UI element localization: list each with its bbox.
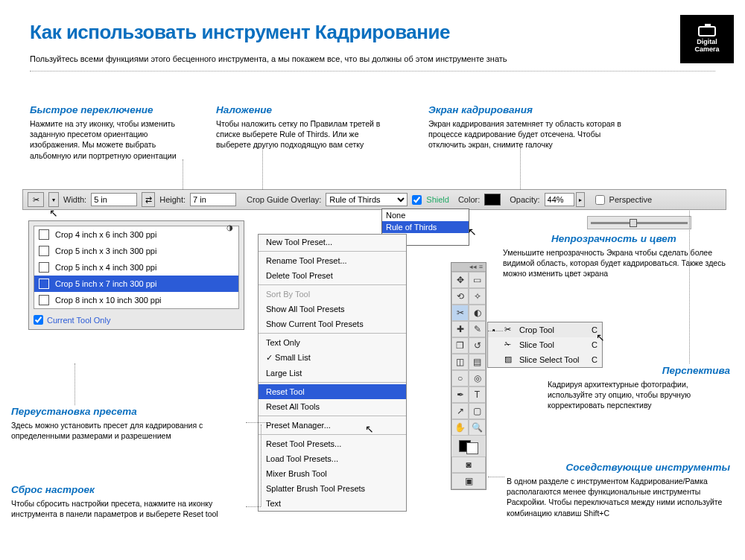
page-title: Как использовать инструмент Кадрирование <box>30 21 745 44</box>
eyedropper-tool-icon[interactable]: ◐ <box>469 305 486 321</box>
context-menu-item[interactable]: Splatter Brush Tool Presets <box>259 481 406 496</box>
heal-tool-icon[interactable]: ✚ <box>451 321 469 337</box>
stamp-tool-icon[interactable]: ❐ <box>451 337 469 354</box>
overlay-option-none[interactable]: None <box>382 209 469 221</box>
brush-tool-icon[interactable]: ✎ <box>469 321 486 337</box>
context-menu-item[interactable]: ✓ Small List <box>259 350 406 366</box>
slice-select-icon: ▨ <box>504 354 515 365</box>
callout-shield: Экран кадрирования Экран кадрирования за… <box>428 104 633 150</box>
slice-icon: ✁ <box>504 340 515 350</box>
brand-logo: Digital Camera <box>680 15 734 63</box>
callout-preset: Переустановка пресета Здесь можно устано… <box>11 406 242 441</box>
shield-checkbox[interactable] <box>412 195 422 205</box>
flyout-crop-tool[interactable]: ▪✂Crop ToolC <box>488 322 602 337</box>
context-menu-item[interactable]: Mixer Brush Tool <box>259 466 406 481</box>
preset-panel: Crop 4 inch x 6 inch 300 ppi Crop 5 inch… <box>28 220 244 330</box>
eraser-tool-icon[interactable]: ◫ <box>451 354 469 370</box>
hand-tool-icon[interactable]: ✋ <box>451 419 469 436</box>
lasso-tool-icon[interactable]: ⟲ <box>451 288 469 305</box>
callout-perspective: Перспектива Кадрируя архитектурные фотог… <box>548 365 730 411</box>
flyout-slice-tool[interactable]: ✁Slice ToolC <box>488 337 602 352</box>
options-bar: ✂ ▾ Width: ⇄ Height: Crop Guide Overlay:… <box>22 189 726 210</box>
preset-item[interactable]: Crop 8 inch x 10 inch 300 ppi <box>34 292 238 308</box>
callout-reset: Сброс настроек Чтобы сбросить настройки … <box>11 484 242 519</box>
context-menu-item[interactable]: Text <box>259 496 406 511</box>
intro-text: Пользуйтесь всеми функциями этого бесцен… <box>30 54 715 71</box>
color-label: Color: <box>458 195 480 204</box>
preset-item[interactable]: Crop 4 inch x 6 inch 300 ppi <box>34 226 238 243</box>
current-tool-only-checkbox[interactable] <box>34 315 43 325</box>
height-label: Height: <box>159 195 186 204</box>
overlay-option-thirds[interactable]: Rule of Thirds <box>382 221 469 233</box>
context-menu-item[interactable]: Delete Tool Preset <box>259 268 406 283</box>
swap-dimensions-icon[interactable]: ⇄ <box>142 192 155 207</box>
flyout-arrow-icon[interactable]: ◑ <box>226 223 233 232</box>
crop-tool-icon[interactable]: ✂ <box>28 192 44 207</box>
context-menu-item[interactable]: Large List <box>259 366 406 381</box>
context-menu-item[interactable]: Reset Tool Presets... <box>259 436 406 451</box>
context-menu-item[interactable]: Reset Tool <box>259 384 406 399</box>
callout-opacity: Непрозрачность и цвет Уменьшите непрозра… <box>503 233 726 279</box>
context-menu-item[interactable]: New Tool Preset... <box>259 235 406 249</box>
shield-label: Shield <box>426 195 449 204</box>
callout-overlay: Наложение Чтобы наложить сетку по Правил… <box>216 104 384 150</box>
move-tool-icon[interactable]: ✥ <box>451 272 469 288</box>
width-input[interactable] <box>91 193 137 206</box>
crop-icon <box>39 262 49 273</box>
callout-quick-switch: Быстрое переключение Нажмите на эту икон… <box>30 104 197 161</box>
context-menu-item[interactable]: Text Only <box>259 335 406 350</box>
text-tool-icon[interactable]: T <box>469 386 486 403</box>
zoom-tool-icon[interactable]: 🔍 <box>469 419 486 436</box>
height-input[interactable] <box>190 193 236 206</box>
camera-icon <box>698 26 716 36</box>
current-tool-only-label: Current Tool Only <box>47 316 110 325</box>
color-swatch[interactable] <box>484 194 501 206</box>
toolbox-header: ◂◂ ≡ <box>451 263 486 272</box>
opacity-label: Opacity: <box>510 195 539 204</box>
crop-icon <box>39 279 49 289</box>
preset-context-menu[interactable]: New Tool Preset...Rename Tool Preset...D… <box>258 234 407 512</box>
marquee-tool-icon[interactable]: ▭ <box>469 272 486 288</box>
wand-tool-icon[interactable]: ✧ <box>469 288 486 305</box>
context-menu-item[interactable]: Rename Tool Preset... <box>259 253 406 268</box>
crop-tool-flyout[interactable]: ▪✂Crop ToolC ✁Slice ToolC ▨Slice Select … <box>487 322 603 368</box>
crop-icon <box>39 246 49 256</box>
crop-tool-icon[interactable]: ✂ <box>451 305 469 321</box>
preset-item[interactable]: Crop 5 inch x 3 inch 300 ppi <box>34 243 238 259</box>
context-menu-item[interactable]: Preset Manager... <box>259 418 406 433</box>
preset-dropdown-button[interactable]: ▾ <box>48 192 59 207</box>
opacity-input[interactable] <box>545 193 574 206</box>
overlay-select[interactable]: Rule of Thirds <box>326 193 408 206</box>
width-label: Width: <box>63 195 86 204</box>
perspective-checkbox[interactable] <box>595 195 605 205</box>
opacity-slider[interactable] <box>587 216 691 229</box>
opacity-dropdown-icon[interactable]: ▸ <box>576 192 585 207</box>
quick-mask-icon[interactable]: ◙ <box>451 456 486 473</box>
crop-icon: ✂ <box>504 325 515 335</box>
color-swatches[interactable] <box>451 436 486 456</box>
dodge-tool-icon[interactable]: ◎ <box>469 370 486 386</box>
context-menu-item[interactable]: Load Tool Presets... <box>259 451 406 466</box>
overlay-label: Crop Guide Overlay: <box>247 195 321 204</box>
context-menu-item[interactable]: Reset All Tools <box>259 399 406 414</box>
gradient-tool-icon[interactable]: ▤ <box>469 354 486 370</box>
path-tool-icon[interactable]: ↗ <box>451 403 469 419</box>
preset-item-selected[interactable]: Crop 5 inch x 7 inch 300 ppi <box>34 276 238 292</box>
callout-neighbors: Соседствующие инструменты В одном раздел… <box>507 462 730 518</box>
context-menu-item[interactable]: Sort By Tool <box>259 287 406 302</box>
preset-item[interactable]: Crop 5 inch x 4 inch 300 ppi <box>34 259 238 276</box>
pen-tool-icon[interactable]: ✒ <box>451 386 469 403</box>
screen-mode-icon[interactable]: ▣ <box>451 473 486 489</box>
context-menu-item[interactable]: Show Current Tool Presets <box>259 316 406 331</box>
crop-icon <box>39 295 49 305</box>
history-brush-icon[interactable]: ↺ <box>469 337 486 354</box>
perspective-label: Perspective <box>609 195 652 204</box>
preset-list[interactable]: Crop 4 inch x 6 inch 300 ppi Crop 5 inch… <box>34 226 239 309</box>
crop-icon <box>39 229 49 240</box>
toolbox: ◂◂ ≡ ✥▭ ⟲✧ ✂◐ ✚✎ ❐↺ ◫▤ ○◎ ✒T ↗▢ ✋🔍 ◙ ▣ <box>451 262 486 490</box>
blur-tool-icon[interactable]: ○ <box>451 370 469 386</box>
shape-tool-icon[interactable]: ▢ <box>469 403 486 419</box>
context-menu-item[interactable]: Show All Tool Presets <box>259 302 406 316</box>
current-tool-only-row[interactable]: Current Tool Only <box>34 315 239 325</box>
